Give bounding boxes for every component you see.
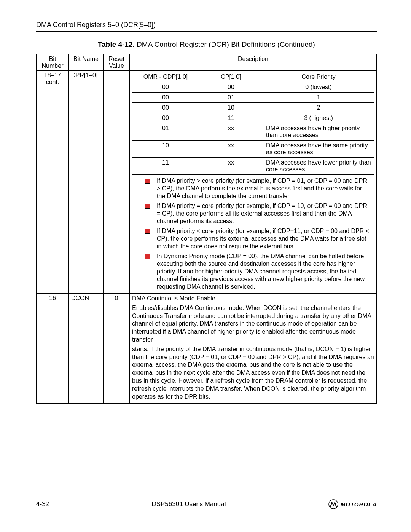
table-row: 16 DCON 0 DMA Continuous Mode Enable Ena… xyxy=(37,294,377,404)
subtable-header-row: OMR - CDP[1 0] CP[1 0] Core Priority xyxy=(132,72,374,82)
list-item: If DMA priority < core priority (for exa… xyxy=(134,227,372,250)
subtable-row: 00 11 3 (highest) xyxy=(132,113,374,123)
bullet-list: If DMA priority > core priority (for exa… xyxy=(132,174,374,292)
cell-reset-value: 0 xyxy=(104,294,130,404)
footer-rule xyxy=(36,495,377,495)
page-header: DMA Control Registers 5–0 (DCR[5–0]) xyxy=(36,21,377,32)
cell-bit-name: DCON xyxy=(69,294,104,404)
caption-label: Table 4-12. xyxy=(98,40,135,48)
list-item: In Dynamic Priority mode (CDP = 00), the… xyxy=(134,252,372,291)
svg-point-0 xyxy=(329,500,338,509)
brand-mark: MOTOROLA xyxy=(328,499,377,509)
priority-subtable: OMR - CDP[1 0] CP[1 0] Core Priority 00 … xyxy=(132,72,374,174)
subtable-row: 00 00 0 (lowest) xyxy=(132,82,374,93)
page-footer: 4-32 DSP56301 User's Manual MOTOROLA xyxy=(36,495,377,509)
table-caption: Table 4-12. DMA Control Register (DCR) B… xyxy=(36,40,377,49)
col-description: Description xyxy=(130,54,377,71)
col-reset-value: Reset Value xyxy=(104,54,130,71)
caption-title: DMA Control Register (DCR) Bit Definitio… xyxy=(135,40,315,48)
manual-title: DSP56301 User's Manual xyxy=(151,500,226,508)
subcol-cp: CP[1 0] xyxy=(199,72,263,82)
subtable-row: 00 01 1 xyxy=(132,93,374,103)
desc-paragraph: starts. If the priority of the DMA trans… xyxy=(132,345,374,401)
cell-bit-name: DPR[1–0] xyxy=(69,71,104,294)
bullet-icon xyxy=(145,179,150,184)
bullet-icon xyxy=(145,204,150,209)
section-title: DMA Control Registers 5–0 (DCR[5–0]) xyxy=(36,21,156,29)
cell-description: OMR - CDP[1 0] CP[1 0] Core Priority 00 … xyxy=(130,71,377,294)
subtable-row: 11 xx DMA accesses have lower priority t… xyxy=(132,158,374,175)
desc-title: DMA Continuous Mode Enable xyxy=(132,295,374,303)
document-page: DMA Control Registers 5–0 (DCR[5–0]) Tab… xyxy=(0,0,411,532)
subcol-core-priority: Core Priority xyxy=(263,72,374,82)
cell-bit-number: 16 xyxy=(37,294,69,404)
bullet-icon xyxy=(145,254,150,259)
motorola-logo-icon xyxy=(328,499,338,509)
definitions-table: Bit Number Bit Name Reset Value Descript… xyxy=(36,54,377,404)
subcol-omr-cdp: OMR - CDP[1 0] xyxy=(132,72,199,82)
table-header-row: Bit Number Bit Name Reset Value Descript… xyxy=(37,54,377,71)
col-bit-number: Bit Number xyxy=(37,54,69,71)
cell-bit-number: 18–17 cont. xyxy=(37,71,69,294)
cell-description: DMA Continuous Mode Enable Enables/disab… xyxy=(130,294,377,404)
subtable-row: 01 xx DMA accesses have higher priority … xyxy=(132,123,374,141)
cell-reset-value xyxy=(104,71,130,294)
subtable-row: 00 10 2 xyxy=(132,103,374,113)
subtable-row: 10 xx DMA accesses have the same priorit… xyxy=(132,141,374,158)
list-item: If DMA priority = core priority (for exa… xyxy=(134,202,372,225)
col-bit-name: Bit Name xyxy=(69,54,104,71)
page-number: 4-32 xyxy=(36,500,49,508)
list-item: If DMA priority > core priority (for exa… xyxy=(134,177,372,200)
table-row: 18–17 cont. DPR[1–0] OMR - CDP[1 0] CP[1… xyxy=(37,71,377,294)
desc-paragraph: Enables/disables DMA Continuous mode. Wh… xyxy=(132,304,374,344)
brand-text: MOTOROLA xyxy=(341,501,377,508)
bullet-icon xyxy=(145,229,150,234)
